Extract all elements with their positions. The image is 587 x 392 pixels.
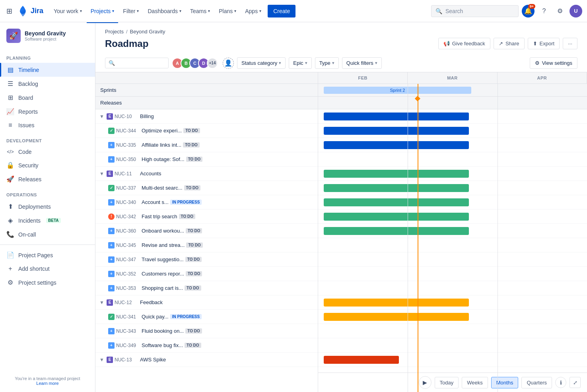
notifications-button[interactable]: 🔔 9+	[522, 5, 535, 17]
releases-icon: 🚀	[6, 175, 14, 183]
issue-row-nuc353[interactable]: + NUC-353 Shopping cart is... TO DO	[95, 281, 318, 295]
gantt-row-nuc11	[318, 167, 587, 181]
fullscreen-button[interactable]: ⤢	[570, 377, 581, 388]
status-badge: TO DO	[185, 328, 202, 334]
logo[interactable]: Jira	[17, 6, 43, 17]
prev-button[interactable]: ▶	[419, 376, 432, 389]
issue-row-nuc343[interactable]: + NUC-343 Fluid booking on... TO DO	[95, 324, 318, 338]
issue-row-nuc347[interactable]: + NUC-347 Travel suggestio... TO DO	[95, 252, 318, 267]
expand-icon[interactable]: ▼	[99, 171, 105, 177]
expand-icon[interactable]: ▼	[99, 114, 105, 119]
nav-dashboards[interactable]: Dashboards ▾	[144, 5, 185, 17]
col-line-1	[408, 84, 408, 392]
nav-filter[interactable]: Filter ▾	[119, 5, 143, 17]
issue-id: NUC-13	[115, 357, 138, 363]
nav-projects[interactable]: Projects ▾	[87, 5, 119, 17]
sidebar-item-board[interactable]: ⊞ Board	[0, 91, 95, 105]
sidebar-item-incidents[interactable]: ◈ Incidents BETA	[0, 213, 95, 227]
issue-row-nuc345[interactable]: + NUC-345 Revise and strea... TO DO	[95, 238, 318, 252]
weeks-button[interactable]: Weeks	[462, 377, 488, 388]
share-button[interactable]: ↗ Share	[494, 38, 525, 49]
months-button[interactable]: Months	[491, 377, 519, 388]
sidebar-item-timeline[interactable]: ▤ Timeline	[0, 63, 95, 77]
sidebar-item-on-call[interactable]: 📞 On-call	[0, 227, 95, 241]
sidebar-item-releases[interactable]: 🚀 Releases	[0, 172, 95, 186]
quick-filters[interactable]: Quick filters ▾	[342, 57, 382, 69]
epic-row-nuc10[interactable]: ▼ E NUC-10 Billing	[95, 109, 318, 124]
quarters-button[interactable]: Quarters	[521, 377, 552, 388]
sidebar-item-security[interactable]: 🔒 Security	[0, 158, 95, 172]
issue-name: Fluid booking on...	[142, 328, 184, 334]
sidebar-item-reports[interactable]: 📈 Reports	[0, 105, 95, 118]
more-options-button[interactable]: ···	[563, 38, 577, 49]
assignee-filter-button[interactable]: 👤	[223, 58, 234, 69]
epic-row-nuc12[interactable]: ▼ E NUC-12 Feedback	[95, 295, 318, 310]
sidebar-item-deployments[interactable]: ⬆ Deployments	[0, 200, 95, 213]
issue-id: NUC-11	[115, 171, 138, 177]
toolbar-search[interactable]: 🔍	[105, 58, 169, 68]
issue-name: Onboard workou...	[142, 228, 184, 234]
issue-row-nuc340[interactable]: + NUC-340 Account s... IN PROGRESS	[95, 195, 318, 210]
issue-id: NUC-352	[116, 271, 140, 277]
issue-row-nuc349[interactable]: + NUC-349 Software bug fix... TO DO	[95, 338, 318, 353]
epic-row-nuc13[interactable]: ▼ E NUC-13 AWS Spike	[95, 353, 318, 367]
chevron-down-icon: ▾	[279, 60, 281, 66]
type-filter[interactable]: Type ▾	[315, 57, 339, 69]
issue-row-nuc341[interactable]: ✓ NUC-341 Quick pay... IN PROGRESS	[95, 310, 318, 324]
issue-row-nuc342[interactable]: ! NUC-342 Fast trip search TO DO	[95, 210, 318, 224]
avatar-count[interactable]: +14	[207, 58, 218, 69]
nav-plans[interactable]: Plans ▾	[215, 5, 240, 17]
create-button[interactable]: Create	[268, 5, 295, 17]
search-bar[interactable]: 🔍 Search	[431, 5, 519, 17]
issue-row-nuc344[interactable]: ✓ NUC-344 Optimize experi... TO DO	[95, 124, 318, 138]
jira-logo-icon	[17, 6, 28, 17]
nav-apps[interactable]: Apps ▾	[241, 5, 265, 17]
sidebar-item-code[interactable]: </> Code	[0, 146, 95, 158]
issue-name: Accounts	[140, 171, 161, 177]
month-feb: FEB	[318, 72, 408, 83]
issue-id: NUC-10	[115, 114, 138, 119]
gantt-bar-nuc341	[324, 313, 469, 321]
task-icon: +	[108, 242, 115, 248]
sidebar-item-add-shortcut[interactable]: + Add shortcut	[0, 262, 95, 276]
nav-your-work[interactable]: Your work ▾	[50, 5, 86, 17]
today-button[interactable]: Today	[435, 377, 459, 388]
settings-button[interactable]: ⚙	[554, 5, 566, 17]
issue-row-nuc350[interactable]: + NUC-350 High outage: Sof... TO DO	[95, 152, 318, 167]
project-settings-icon: ⚙	[6, 279, 14, 286]
issue-name: Feedback	[140, 299, 163, 305]
settings-icon: ⚙	[557, 7, 563, 15]
help-button[interactable]: ?	[538, 5, 550, 17]
fullscreen-icon: ⤢	[573, 380, 577, 386]
issue-row-nuc335[interactable]: + NUC-335 Affiliate links int... TO DO	[95, 138, 318, 152]
search-icon: 🔍	[435, 8, 442, 14]
breadcrumb-projects[interactable]: Projects	[105, 29, 124, 35]
user-avatar[interactable]: U	[570, 5, 582, 17]
breadcrumb-project-name[interactable]: Beyond Gravity	[130, 29, 165, 35]
info-button[interactable]: ℹ	[555, 377, 566, 388]
top-navigation: ⊞ Jira Your work ▾ Projects	[0, 0, 587, 22]
give-feedback-button[interactable]: 📢 Give feedback	[438, 38, 490, 49]
issue-row-nuc337[interactable]: ✓ NUC-337 Multi-dest searc... TO DO	[95, 181, 318, 195]
breadcrumb: Projects / Beyond Gravity	[95, 22, 587, 36]
view-settings-button[interactable]: ⚙ View settings	[530, 57, 577, 69]
sidebar-item-project-pages[interactable]: 📄 Project Pages	[0, 248, 95, 262]
gantt-row-nuc342	[318, 210, 587, 224]
issue-id: NUC-341	[116, 314, 140, 320]
epic-row-nuc11[interactable]: ▼ E NUC-11 Accounts	[95, 167, 318, 181]
expand-icon[interactable]: ▼	[99, 300, 105, 305]
expand-icon[interactable]: ▼	[99, 357, 105, 363]
grid-icon[interactable]: ⊞	[5, 5, 14, 17]
sidebar-item-project-settings[interactable]: ⚙ Project settings	[0, 276, 95, 289]
export-button[interactable]: ⬆ Export	[528, 38, 560, 49]
status-category-filter[interactable]: Status category ▾	[237, 57, 286, 69]
issue-row-nuc360[interactable]: + NUC-360 Onboard workou... TO DO	[95, 224, 318, 238]
sidebar-item-issues[interactable]: ≡ Issues	[0, 118, 95, 132]
nav-teams[interactable]: Teams ▾	[186, 5, 214, 17]
right-panel: Sprint 2	[318, 84, 587, 392]
sidebar-item-backlog[interactable]: ☰ Backlog	[0, 77, 95, 91]
chevron-down-icon: ▾	[179, 9, 181, 13]
issue-row-nuc352[interactable]: + NUC-352 Customers repor... TO DO	[95, 267, 318, 281]
learn-more-link[interactable]: Learn more	[36, 381, 58, 386]
epic-filter[interactable]: Epic ▾	[289, 57, 311, 69]
